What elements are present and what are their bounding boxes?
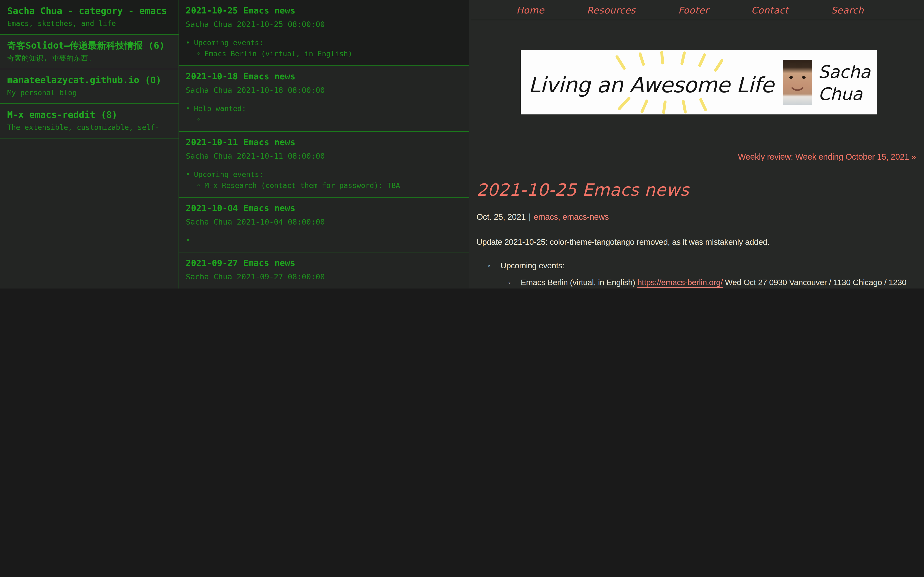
post-content: 2021-10-25 Emacs news Oct. 25, 2021|emac… xyxy=(469,180,924,288)
tag-separator: , xyxy=(558,212,562,222)
post-outline: ◦Upcoming events:◦Emacs Berlin (virtual,… xyxy=(477,259,916,288)
article-summary-line: • xyxy=(186,235,462,246)
outline-item: ◦Emacs Berlin (virtual, in English) http… xyxy=(477,276,916,288)
line-text: Upcoming events: xyxy=(194,169,263,180)
feed-title: M-x emacs-reddit (8) xyxy=(7,108,172,121)
text-segment: M-x Research (contact them for password)… xyxy=(205,181,400,190)
banner-title: Living an Awesome Life xyxy=(528,73,775,97)
sacha-photo xyxy=(783,60,812,105)
text-segment: Emacs Berlin (virtual, in English) xyxy=(205,50,352,58)
bullet-icon: ◦ xyxy=(196,180,205,191)
article-summary-line: •Help wanted: xyxy=(186,103,462,114)
text-segment: Upcoming events: xyxy=(501,261,564,270)
nav-link-footer[interactable]: Footer xyxy=(678,5,709,15)
weekly-review-link[interactable]: Weekly review: Week ending October 15, 2… xyxy=(738,152,916,161)
feed-title: manateelazycat.github.io (0) xyxy=(7,74,172,87)
article-summary-line: ◦Emacs Berlin (virtual, in English) xyxy=(186,48,462,60)
article-meta: Sacha Chua 2021-10-18 08:00:00 xyxy=(186,84,462,97)
banner-name-bottom: Chua xyxy=(818,84,863,104)
bullet-icon: • xyxy=(186,235,194,246)
feed-title: Sacha Chua - category - emacs ( xyxy=(7,4,172,17)
outline-item: ◦Upcoming events: xyxy=(477,259,916,272)
article-list-item[interactable]: 2021-10-04 Emacs news Sacha Chua 2021-10… xyxy=(179,198,469,253)
post-title: 2021-10-25 Emacs news xyxy=(477,180,916,200)
text-segment: Emacs Berlin (virtual, in English) xyxy=(521,278,637,287)
article-title: 2021-10-18 Emacs news xyxy=(186,70,462,83)
bullet-icon: ◦ xyxy=(196,114,205,126)
banner-name-top: Sacha xyxy=(818,62,871,82)
line-text: M-x Research (contact them for password)… xyxy=(205,180,400,191)
post-tag-link[interactable]: emacs-news xyxy=(562,212,609,222)
post-date: Oct. 25, 2021 xyxy=(477,212,526,222)
outline-text: Upcoming events: xyxy=(501,259,564,272)
bullet-icon: ◦ xyxy=(508,276,521,288)
article-list-item[interactable]: 2021-10-11 Emacs news Sacha Chua 2021-10… xyxy=(179,132,469,198)
article-list-item[interactable]: 2021-10-18 Emacs news Sacha Chua 2021-10… xyxy=(179,66,469,132)
nav-link-contact[interactable]: Contact xyxy=(751,5,788,15)
post-meta: Oct. 25, 2021|emacs, emacs-news xyxy=(477,212,916,222)
feed-list-item[interactable]: 奇客Solidot–传递最新科技情报 (6) 奇客的知识, 重要的东西。 xyxy=(0,35,179,69)
article-meta: Sacha Chua 2021-10-04 08:00:00 xyxy=(186,216,462,228)
article-meta: Sacha Chua 2021-09-27 08:00:00 xyxy=(186,271,462,283)
article-summary: •Upcoming events:◦Emacs Berlin (virtual,… xyxy=(186,37,462,60)
bullet-icon: ◦ xyxy=(488,259,501,272)
line-text: Help wanted: xyxy=(194,103,246,114)
article-meta: Sacha Chua 2021-10-25 08:00:00 xyxy=(186,18,462,31)
bullet-icon: • xyxy=(186,169,194,180)
article-title: 2021-10-11 Emacs news xyxy=(186,136,462,148)
feed-subtitle: 奇客的知识, 重要的东西。 xyxy=(7,53,172,64)
text-segment: Help wanted: xyxy=(194,104,246,113)
article-summary: •Upcoming events:◦M-x Research (contact … xyxy=(186,169,462,191)
feed-subtitle: My personal blog xyxy=(7,87,172,98)
feed-subtitle: Emacs, sketches, and life xyxy=(7,18,172,29)
nav-link-resources[interactable]: Resources xyxy=(587,5,636,15)
post-tag-link[interactable]: emacs xyxy=(534,212,558,222)
bullet-icon: • xyxy=(186,37,194,48)
bullet-icon: ◦ xyxy=(196,48,205,60)
article-title: 2021-09-27 Emacs news xyxy=(186,257,462,269)
feed-subtitle: The extensible, customizable, self- xyxy=(7,122,172,133)
meta-separator: | xyxy=(526,212,534,222)
nav-link-search[interactable]: Search xyxy=(831,5,864,15)
text-segment: Upcoming events: xyxy=(194,170,263,179)
article-summary-line: ◦ xyxy=(186,114,462,126)
article-list-item[interactable]: 2021-10-25 Emacs news Sacha Chua 2021-10… xyxy=(179,0,469,66)
outline-text: Emacs Berlin (virtual, in English) https… xyxy=(521,276,916,288)
article-summary-line: •Upcoming events: xyxy=(186,169,462,180)
feed-list-item[interactable]: manateelazycat.github.io (0) My personal… xyxy=(0,69,179,104)
line-text: Emacs Berlin (virtual, in English) xyxy=(205,48,352,60)
article-list-item[interactable]: 2021-09-27 Emacs news Sacha Chua 2021-09… xyxy=(179,253,469,288)
text-segment: Upcoming events: xyxy=(194,39,263,47)
nav-link-home[interactable]: Home xyxy=(516,5,544,15)
article-summary-line: ◦M-x Research (contact them for password… xyxy=(186,180,462,191)
article-summary-line: •Upcoming events: xyxy=(186,37,462,48)
banner-image: Living an Awesome Life Sacha Chua xyxy=(521,50,877,114)
weekly-review-row: Weekly review: Week ending October 15, 2… xyxy=(469,152,924,162)
post-update-paragraph: Update 2021-10-25: color-theme-tangotang… xyxy=(477,235,916,248)
feed-list-item[interactable]: M-x emacs-reddit (8) The extensible, cus… xyxy=(0,104,179,139)
line-text: Upcoming events: xyxy=(194,37,263,48)
article-title: 2021-10-04 Emacs news xyxy=(186,202,462,214)
bullet-icon: • xyxy=(186,103,194,114)
site-nav: HomeResourcesFooterContactSearch xyxy=(471,0,922,20)
outline-link[interactable]: https://emacs-berlin.org/ xyxy=(637,278,723,287)
site-banner[interactable]: Living an Awesome Life Sacha Chua xyxy=(521,50,877,114)
feed-title: 奇客Solidot–传递最新科技情报 (6) xyxy=(7,39,172,52)
article-title: 2021-10-25 Emacs news xyxy=(186,4,462,17)
article-summary: •Help wanted:◦ xyxy=(186,103,462,126)
feed-list-item[interactable]: Sacha Chua - category - emacs ( Emacs, s… xyxy=(0,0,179,35)
feed-list: Sacha Chua - category - emacs ( Emacs, s… xyxy=(0,0,179,288)
article-list: 2021-10-25 Emacs news Sacha Chua 2021-10… xyxy=(179,0,469,288)
article-summary: • xyxy=(186,235,462,246)
browser-panel: HomeResourcesFooterContactSearch xyxy=(469,0,924,288)
post-tags: emacs, emacs-news xyxy=(534,212,609,222)
article-meta: Sacha Chua 2021-10-11 08:00:00 xyxy=(186,150,462,163)
eaf-rss-reader-window: Sacha Chua - category - emacs ( Emacs, s… xyxy=(0,0,924,288)
